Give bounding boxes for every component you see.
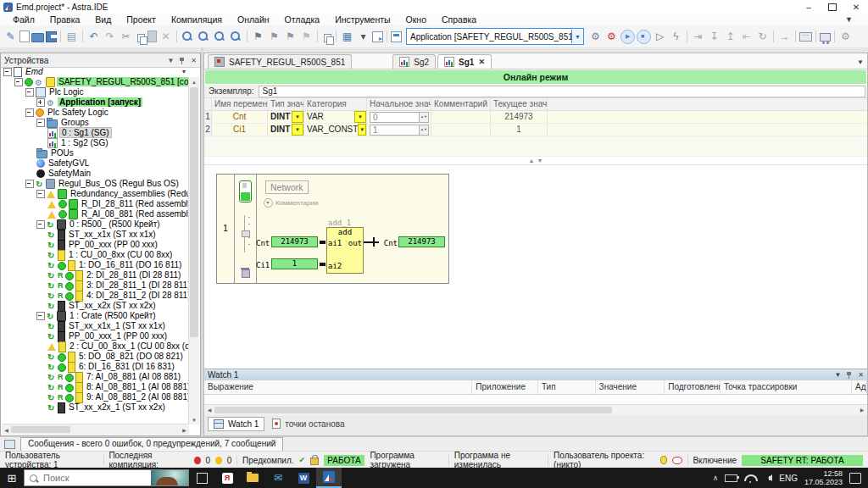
tree-item[interactable]: R_DI_28_811 (Red assembly)	[2, 199, 189, 209]
tree-item[interactable]: Redundancy_assemblies (Redundancy assemb…	[2, 189, 189, 199]
tree-item[interactable]: PP_00_xxx_1 (PP 00 xxx)	[2, 331, 189, 341]
run-icon[interactable]: ▷	[653, 30, 667, 44]
tree-item[interactable]: 7: AI_08_881 (AI 08 881)	[2, 372, 189, 382]
input1-variable[interactable]: Cnt	[256, 239, 270, 247]
step-over-icon[interactable]: ⇥	[691, 30, 705, 44]
grid-icon[interactable]: ▦	[340, 30, 354, 44]
tree-item[interactable]: ST_xx_x2x_1 (ST xx x2x)	[2, 402, 189, 413]
task-view-button[interactable]	[189, 468, 214, 488]
tree-item[interactable]: 4: DI_28_811_2 (DI 28 811)	[2, 291, 189, 301]
word-button[interactable]: W	[291, 468, 316, 488]
output-variable[interactable]: Cnt	[382, 239, 398, 247]
forward-icon[interactable]: →	[777, 30, 792, 44]
find-replace-icon[interactable]	[197, 30, 211, 44]
menu-item[interactable]: Отладка	[277, 14, 328, 25]
slider-thumb[interactable]	[242, 230, 250, 237]
input2-variable[interactable]: Ci1	[256, 261, 270, 269]
tree-item[interactable]: 1 : Crate (R500 Крейт)	[2, 311, 189, 321]
battery-icon[interactable]	[725, 474, 737, 482]
tree-item[interactable]: R_AI_08_881 (Red assembly)	[2, 209, 189, 219]
menu-item[interactable]: Инструменты	[327, 14, 398, 25]
bottom-panel-tab[interactable]: Watch 1	[208, 417, 264, 431]
tree-item[interactable]: ST_xx_x2x (ST xx x2x)	[2, 301, 189, 311]
hidden-icons-chevron[interactable]: ∧	[713, 474, 719, 482]
window-icon[interactable]	[321, 31, 332, 42]
paste-icon[interactable]	[147, 30, 157, 42]
tree-item[interactable]: 1: DO_16_811 (DO 16 811)	[2, 260, 189, 270]
spinner-arrows-icon[interactable]: ▲▼	[419, 113, 428, 122]
trace-cart-icon[interactable]	[820, 33, 831, 42]
search-input[interactable]	[42, 472, 147, 484]
replace-in-project-icon[interactable]	[229, 30, 243, 44]
reset-icon[interactable]: ↻	[755, 30, 770, 44]
scrollbar-thumb[interactable]	[190, 87, 198, 337]
panel-menu-icon[interactable]: ▼	[167, 57, 174, 64]
close-tab-icon[interactable]: ✕	[478, 58, 485, 66]
editor-tab[interactable]: Sg2	[392, 54, 436, 69]
tool-gear-icon[interactable]: ⚙	[838, 30, 853, 44]
scroll-up-icon[interactable]: ▲	[189, 77, 199, 86]
add-block[interactable]: add ai1 out ai2	[326, 227, 364, 274]
editor-tab[interactable]: SAFETY_REGUL_R500S_851	[208, 54, 352, 69]
variable-row[interactable]: 2 Ci1 DINT▼ VAR_CONST▼ 1▲▼ 1	[204, 124, 867, 136]
watch-empty-row[interactable]	[204, 395, 867, 404]
scroll-right-icon[interactable]: ▶	[180, 427, 189, 433]
astra-ide-button[interactable]	[316, 468, 342, 488]
print-icon[interactable]: ▤	[64, 30, 79, 44]
clear-bookmarks-icon[interactable]: ⚑	[299, 30, 314, 44]
next-bookmark-icon[interactable]: ⚑	[283, 30, 298, 44]
type-dropdown[interactable]: ▼	[292, 111, 303, 123]
step-into-icon[interactable]: ↧	[707, 30, 721, 44]
variable-row[interactable]: 1 Cnt DINT▼ VAR▼ 0▲▼ 214973	[204, 111, 867, 124]
logout-icon[interactable]	[637, 30, 651, 44]
tree-item[interactable]: Regul_Bus_OS (Regul Bus OS)	[2, 179, 189, 189]
cut-icon[interactable]: ✂	[119, 30, 133, 44]
rebuild-gear-icon[interactable]: ⚙	[604, 30, 619, 44]
taskbar-search[interactable]	[24, 469, 189, 486]
col-initial[interactable]: Начальное значение	[367, 98, 431, 110]
notification-center-icon[interactable]	[849, 473, 861, 484]
initial-value-spinner[interactable]: 1▲▼	[370, 125, 429, 136]
step-back-icon[interactable]: ⇤	[739, 30, 754, 44]
spinner-arrows-icon[interactable]: ▲▼	[419, 125, 428, 135]
col-type[interactable]: Тип значения	[268, 98, 304, 110]
network-toggle[interactable]	[239, 180, 252, 202]
file-explorer-button[interactable]	[240, 468, 265, 488]
minimize-button[interactable]: –	[797, 0, 821, 14]
yandex-browser-button[interactable]: Я	[214, 468, 240, 488]
tree-item[interactable]: Plc Logic	[2, 87, 189, 97]
grid-dropdown-icon[interactable]: ▾	[356, 30, 370, 44]
col-current[interactable]: Текущее значение	[491, 98, 548, 110]
tree-item[interactable]: Application [запуск]	[2, 97, 189, 108]
wifi-icon[interactable]	[744, 474, 758, 481]
watch-column[interactable]: Приложение	[472, 380, 538, 394]
scrollbar-thumb[interactable]	[214, 407, 612, 413]
tree-item[interactable]: SAFETY_REGUL_R500S_851 [соединен] (SAFET…	[2, 77, 189, 87]
instance-field[interactable]: Sg1	[259, 86, 865, 97]
network-slider[interactable]	[241, 215, 251, 252]
tree-item[interactable]: POUs	[2, 148, 189, 158]
language-indicator[interactable]: ENG	[779, 474, 798, 483]
tree-vertical-scrollbar[interactable]: ▲ ▼	[188, 77, 199, 424]
delete-icon[interactable]: ✕	[159, 30, 173, 44]
login-icon[interactable]	[620, 30, 635, 44]
tree-item[interactable]: PP_00_xxx (PP 00 xxx)	[2, 240, 189, 250]
bookmark-icon[interactable]: ⚑	[251, 30, 265, 44]
col-comment[interactable]: Комментарий	[431, 98, 491, 110]
menu-item[interactable]: Файл	[5, 14, 42, 25]
step-out-icon[interactable]: ↥	[723, 30, 737, 44]
maximize-button[interactable]	[821, 0, 844, 14]
bus-icon[interactable]	[799, 32, 812, 42]
menu-overflow-icon[interactable]: ▼	[845, 15, 853, 24]
undo-icon[interactable]: ↶	[86, 30, 101, 44]
tree-item[interactable]: 1 : Sg2 (SG)	[2, 138, 189, 148]
tree-item[interactable]: 5: DO_08_821 (DO 08 821)	[2, 352, 189, 362]
close-button[interactable]: ✕	[844, 0, 868, 14]
close-icon[interactable]: ✕	[191, 57, 197, 64]
menu-item[interactable]: Вид	[87, 14, 119, 25]
close-icon[interactable]: ✕	[858, 371, 864, 379]
tree-item[interactable]: 0 : Sg1 (SG)	[2, 128, 189, 138]
tree-item[interactable]: ST_xx_x1x (ST xx x1x)	[2, 230, 189, 240]
start-button[interactable]: ⊞	[0, 468, 24, 488]
application-selector[interactable]: Application [SAFETY_REGUL_R500S_851: Plc…	[406, 28, 584, 45]
